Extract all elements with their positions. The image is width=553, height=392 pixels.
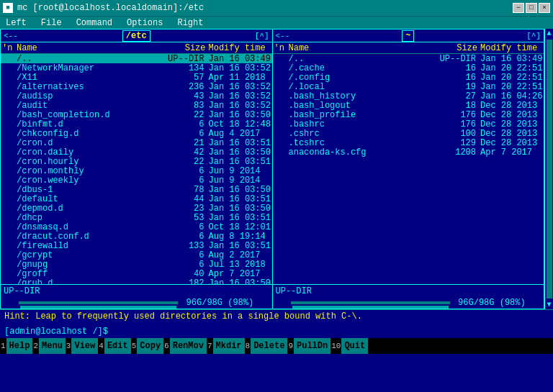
panels: <-- /etc [^] 'n Name Size Modify time /.… [0,29,553,309]
left-file-row[interactable]: /default 44 Jan 16 03:51 [1,194,272,204]
right-file-row[interactable]: .bashrc 176 Dec 28 2013 [273,119,544,129]
left-file-row[interactable]: /firewalld 133 Jan 16 03:51 [1,241,272,250]
row-size: 133 [166,241,206,251]
menu-item-command[interactable]: Command [76,18,112,28]
func-num-5: 5 [131,342,138,350]
scroll-up[interactable]: ▲ [546,29,552,38]
left-file-row[interactable]: /cron.hourly 22 Jan 16 03:51 [1,157,272,166]
row-mtime: Dec 28 2013 [477,110,542,120]
right-file-row[interactable]: .cshrc 100 Dec 28 2013 [273,129,544,138]
func-key-7[interactable]: 7 Mkdir [207,338,245,354]
menu-item-options[interactable]: Options [127,18,163,28]
left-file-row[interactable]: /NetworkManager 134 Jan 16 03:52 [1,63,272,73]
row-mtime: Jun 9 2014 [206,166,271,176]
right-file-row[interactable]: /.config 16 Jan 20 22:51 [273,73,544,82]
row-name: /grub.d [17,278,166,285]
left-file-row[interactable]: /cron.weekly 6 Jun 9 2014 [1,176,272,185]
scroll-thumb[interactable] [547,40,552,298]
left-file-row[interactable]: /cron.monthly 6 Jun 9 2014 [1,166,272,176]
minimize-button[interactable]: − [513,3,524,13]
close-button[interactable]: × [539,3,550,13]
row-mtime: Apr 11 2018 [206,73,271,83]
left-file-row[interactable]: /X11 57 Apr 11 2018 [1,73,272,82]
left-file-row[interactable]: /bash_completion.d 22 Jan 16 03:50 [1,110,272,119]
row-name: /groff [17,269,166,279]
row-mtime: Jan 16 04:26 [477,91,542,101]
func-key-5[interactable]: 5 Copy [131,338,163,354]
right-nav-left[interactable]: <-- [276,32,290,40]
func-key-8[interactable]: 8 Delete [245,338,288,354]
row-size: 236 [166,82,206,92]
func-key-10[interactable]: 10 Quit [331,338,368,354]
row-mtime: Jan 16 03:51 [206,194,271,204]
func-label-7: Mkdir [213,338,245,354]
func-keys: 1 Help 2 Menu 3 View 4 Edit 5 Copy 6 Ren… [0,338,553,354]
left-file-row[interactable]: /depmod.d 23 Jan 16 03:50 [1,204,272,213]
row-size: 176 [438,119,477,129]
row-size: 19 [438,82,477,92]
left-file-row[interactable]: /binfmt.d 6 Oct 18 12:48 [1,119,272,129]
left-file-row[interactable]: /groff 40 Apr 7 2017 [1,269,272,278]
row-size: 57 [166,73,206,83]
row-size: 78 [166,185,206,195]
row-size: 6 [166,129,206,139]
menu-item-left[interactable]: Left [6,18,27,28]
right-file-row[interactable]: .bash_logout 18 Dec 28 2013 [273,101,544,110]
row-name: .cshrc [289,129,439,139]
left-panel-path[interactable]: /etc [122,30,150,42]
row-name: .bashrc [289,119,439,129]
row-size: 40 [166,269,206,279]
right-file-row[interactable]: /.local 19 Jan 20 22:51 [273,82,544,91]
func-key-9[interactable]: 9 PullDn [287,338,331,354]
left-file-row[interactable]: /gnupg 6 Jul 13 2018 [1,260,272,269]
right-file-row[interactable]: .bash_history 27 Jan 16 04:26 [273,91,544,101]
right-file-row[interactable]: /.cache 16 Jan 20 22:51 [273,63,544,73]
left-file-row[interactable]: /.. UP--DIR Jan 16 03:49 [1,54,272,63]
func-label-2: Menu [39,338,66,354]
func-key-6[interactable]: 6 RenMov [163,338,207,354]
right-file-row[interactable]: .tcshrc 129 Dec 28 2013 [273,138,544,147]
left-file-row[interactable]: /cron.d 21 Jan 16 03:51 [1,138,272,147]
right-file-row[interactable]: /.. UP--DIR Jan 16 03:49 [273,54,544,63]
func-num-6: 6 [163,342,170,350]
left-file-row[interactable]: /grub.d 182 Jan 16 03:50 [1,278,272,284]
row-name: anaconda-ks.cfg [289,147,439,158]
left-nav-right[interactable]: [^] [255,32,269,40]
func-key-2[interactable]: 2 Menu [32,338,65,354]
right-disk-info: 96G/98G (98%) [276,298,541,308]
right-col-n: 'n [274,43,289,53]
func-num-1: 1 [0,342,6,350]
row-mtime: Jan 16 03:51 [206,138,271,148]
left-file-row[interactable]: /dbus-1 78 Jan 16 03:50 [1,185,272,194]
row-mtime: Jan 20 22:51 [477,82,542,92]
left-file-row[interactable]: /chkconfig.d 6 Aug 4 2017 [1,129,272,138]
row-name: /cron.hourly [17,157,166,167]
func-key-4[interactable]: 4 Edit [98,338,130,354]
right-nav-right[interactable]: [^] [526,32,541,40]
row-size: 18 [438,101,477,111]
right-file-row[interactable]: anaconda-ks.cfg 1208 Apr 7 2017 [273,147,544,157]
row-mtime: Jan 16 03:52 [206,101,271,111]
right-panel-path[interactable]: ~ [402,30,414,42]
right-file-row[interactable]: .bash_profile 176 Dec 28 2013 [273,110,544,119]
left-file-row[interactable]: /cron.daily 42 Jan 16 03:50 [1,147,272,157]
row-size: 6 [166,176,206,186]
left-file-row[interactable]: /dhcp 53 Jan 16 03:51 [1,213,272,222]
left-file-row[interactable]: /gcrypt 6 Aug 2 2017 [1,250,272,260]
func-key-3[interactable]: 3 View [66,338,98,354]
row-name: /dnsmasq.d [17,222,166,232]
row-mtime: Oct 18 12:01 [206,222,271,232]
left-nav-left[interactable]: <-- [4,32,18,40]
left-file-row[interactable]: /alternatives 236 Jan 16 03:52 [1,82,272,91]
title-bar: ■ mc [root@localhost.localdomain]:/etc −… [0,0,553,16]
menu-item-file[interactable]: File [41,18,62,28]
left-file-row[interactable]: /dnsmasq.d 6 Oct 18 12:01 [1,222,272,232]
maximize-button[interactable]: □ [526,3,537,13]
left-file-row[interactable]: /dracut.conf.d 6 Aug 8 19:14 [1,232,272,241]
scroll-down[interactable]: ▼ [546,300,552,309]
left-file-row[interactable]: /audisp 43 Jan 16 03:52 [1,91,272,101]
menu-item-right[interactable]: Right [177,18,203,28]
func-key-1[interactable]: 1 Help [0,338,32,354]
scrollbar[interactable]: ▲ ▼ [544,29,553,309]
left-file-row[interactable]: /audit 83 Jan 16 03:52 [1,101,272,110]
